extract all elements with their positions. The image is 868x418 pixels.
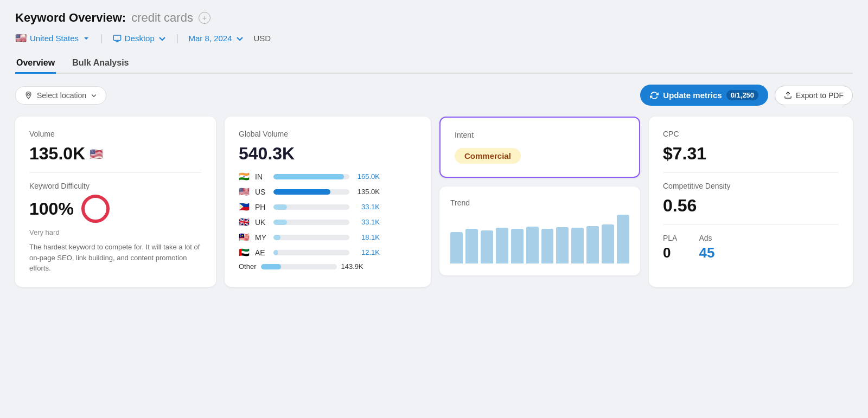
- ads-label: Ads: [699, 234, 714, 242]
- list-item: 🇮🇳 IN 165.0K: [239, 171, 417, 182]
- refresh-icon: [650, 91, 659, 100]
- global-volume-card: Global Volume 540.3K 🇮🇳 IN 165.0K 🇺🇸 US …: [225, 117, 431, 287]
- list-item: [571, 228, 584, 263]
- location-placeholder: Select location: [37, 91, 86, 100]
- cards-grid: Volume 135.0K 🇺🇸 Keyword Difficulty 100%…: [15, 117, 853, 287]
- kw-diff-row: 100%: [29, 195, 202, 223]
- export-label: Export to PDF: [796, 91, 844, 100]
- list-item: 🇵🇭 PH 33.1K: [239, 202, 417, 212]
- country-code-MY: MY: [255, 233, 269, 242]
- comp-density-label: Competitive Density: [663, 182, 839, 190]
- toolbar-right: Update metrics 0/1,250 Export to PDF: [640, 85, 853, 106]
- comp-density-value: 0.56: [663, 196, 839, 216]
- bar-fill-UK: [273, 220, 287, 225]
- bar-bg-US: [273, 189, 349, 195]
- page-header: Keyword Overview: credit cards +: [15, 11, 853, 25]
- country-flag: 🇺🇸: [15, 33, 27, 44]
- intent-badge: Commercial: [455, 148, 521, 164]
- country-val-IN: 165.0K: [354, 172, 380, 181]
- bar-bg-PH: [273, 204, 349, 210]
- list-item: [541, 229, 554, 263]
- filter-bar: 🇺🇸 United States | Desktop | Mar 8, 2024…: [15, 33, 853, 44]
- location-select[interactable]: Select location: [15, 86, 106, 105]
- cpc-label: CPC: [663, 130, 839, 138]
- add-keyword-icon[interactable]: +: [199, 12, 210, 24]
- trend-label: Trend: [450, 198, 629, 207]
- country-flag-AE: 🇦🇪: [239, 247, 251, 258]
- list-item: [586, 226, 599, 263]
- other-row: Other 143.9K: [239, 262, 417, 271]
- other-bar-fill: [261, 264, 282, 269]
- update-badge: 0/1,250: [726, 90, 758, 100]
- country-flag-US: 🇺🇸: [239, 187, 251, 197]
- volume-value: 135.0K: [29, 144, 85, 164]
- chevron-down-icon-loc: [91, 92, 97, 99]
- tab-bulk-analysis[interactable]: Bulk Analysis: [71, 54, 130, 74]
- country-val-UK: 33.1K: [354, 218, 380, 226]
- bar-bg-UK: [273, 220, 349, 225]
- date-filter-btn[interactable]: Mar 8, 2024: [188, 34, 244, 43]
- country-flag-UK: 🇬🇧: [239, 217, 251, 227]
- list-item: [556, 227, 569, 263]
- desktop-icon: [113, 34, 122, 43]
- volume-value-row: 135.0K 🇺🇸: [29, 144, 202, 164]
- list-item: [481, 230, 493, 263]
- bar-fill-MY: [273, 235, 280, 240]
- list-item: [511, 229, 524, 263]
- country-code-UK: UK: [255, 218, 269, 227]
- volume-card: Volume 135.0K 🇺🇸 Keyword Difficulty 100%…: [15, 117, 216, 287]
- divider-2: [663, 172, 839, 173]
- kw-diff-value: 100%: [29, 199, 74, 219]
- export-icon: [784, 91, 792, 99]
- country-flag-IN: 🇮🇳: [239, 171, 251, 182]
- cpc-card: CPC $7.31 Competitive Density 0.56 PLA 0…: [649, 117, 853, 287]
- country-rows: 🇮🇳 IN 165.0K 🇺🇸 US 135.0K 🇵🇭 PH 33.1K 🇬🇧…: [239, 171, 417, 258]
- filter-sep-1: |: [100, 33, 103, 44]
- svg-rect-0: [113, 35, 120, 40]
- tab-overview[interactable]: Overview: [15, 54, 56, 74]
- country-val-US: 135.0K: [354, 188, 380, 196]
- list-item: 🇬🇧 UK 33.1K: [239, 217, 417, 227]
- location-pin-icon: [24, 91, 33, 99]
- page-title-keyword: credit cards: [131, 11, 193, 25]
- currency-label: USD: [254, 34, 271, 43]
- list-item: [496, 228, 508, 263]
- kw-diff-label: Keyword Difficulty: [29, 182, 202, 190]
- update-metrics-btn[interactable]: Update metrics 0/1,250: [640, 85, 768, 106]
- difficulty-circle-icon: [81, 195, 110, 223]
- bar-bg-MY: [273, 235, 349, 240]
- other-val: 143.9K: [341, 262, 363, 271]
- divider-1: [29, 172, 202, 173]
- update-metrics-label: Update metrics: [663, 91, 722, 100]
- intent-label: Intent: [455, 131, 625, 139]
- device-label: Desktop: [125, 34, 155, 43]
- country-code-AE: AE: [255, 248, 269, 257]
- country-code-IN: IN: [255, 172, 269, 181]
- bar-bg-IN: [273, 174, 349, 179]
- country-filter-btn[interactable]: 🇺🇸 United States: [15, 33, 91, 44]
- country-val-PH: 33.1K: [354, 203, 380, 211]
- volume-desc: The hardest keyword to compete for. It w…: [29, 242, 202, 274]
- volume-label: Volume: [29, 130, 202, 138]
- list-item: [450, 232, 463, 263]
- tabs-row: Overview Bulk Analysis: [15, 54, 853, 74]
- list-item: 🇺🇸 US 135.0K: [239, 187, 417, 197]
- svg-point-1: [28, 93, 30, 95]
- bar-fill-IN: [273, 174, 344, 179]
- ads-col: Ads 45: [699, 234, 714, 261]
- list-item: [602, 224, 614, 263]
- country-flag-PH: 🇵🇭: [239, 202, 251, 212]
- pla-col: PLA 0: [663, 234, 677, 261]
- chevron-down-icon-2: [158, 34, 167, 43]
- device-filter-btn[interactable]: Desktop: [113, 34, 167, 43]
- volume-flag: 🇺🇸: [90, 147, 103, 160]
- trend-card: Trend: [439, 187, 640, 275]
- country-code-US: US: [255, 188, 269, 196]
- pla-label: PLA: [663, 234, 677, 242]
- country-val-AE: 12.1K: [354, 248, 380, 256]
- export-pdf-btn[interactable]: Export to PDF: [775, 86, 853, 105]
- country-flag-MY: 🇲🇾: [239, 232, 251, 242]
- chevron-down-icon: [82, 34, 91, 43]
- other-label: Other: [239, 262, 257, 271]
- chevron-down-icon-3: [235, 34, 244, 43]
